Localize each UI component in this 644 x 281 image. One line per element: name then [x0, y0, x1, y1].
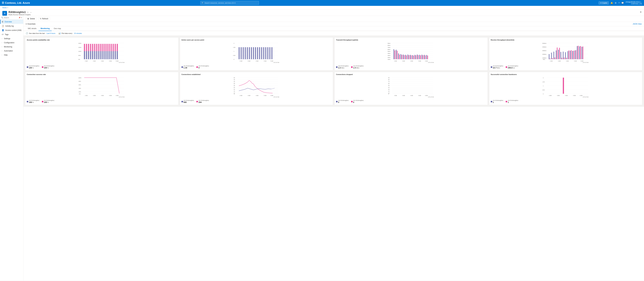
user-org: CONTOSO, LTD. [626, 3, 642, 5]
svg-rect-157 [554, 57, 555, 59]
delete-label: Delete [30, 18, 35, 20]
sidebar-item-tags[interactable]: 🏷 Tags [0, 32, 23, 36]
plot-data-value[interactable]: 15 minutes [74, 32, 82, 34]
svg-text:3 AM: 3 AM [402, 95, 405, 96]
global-search[interactable]: 🔍 Search resources, services, and docs (… [200, 1, 259, 5]
svg-rect-68 [249, 47, 250, 59]
tab-monitoring[interactable]: Monitoring [38, 26, 52, 31]
chart-area-1: 2 1.50 1 0.50 0 [182, 42, 332, 64]
chart-area-6: 90 80 70 60 50 40 30 20 10 0 2 AM 3 AM 4… [336, 76, 486, 99]
tab-geo-map[interactable]: Geo map [52, 26, 63, 31]
configuration-expand-icon: › [2, 42, 2, 43]
sidebar-label-tags: Tags [5, 33, 8, 35]
svg-rect-78 [269, 47, 270, 59]
tab-mie-details[interactable]: MIE details [26, 26, 38, 31]
star-icon[interactable]: ☆ [27, 11, 29, 13]
breadcrumb: Home > [0, 6, 644, 9]
chart-title-5: Connections established [182, 73, 332, 75]
svg-rect-180 [582, 47, 582, 59]
automation-expand-icon: › [2, 50, 2, 52]
legend-1: 101 RANInsights1 1.39 102 RANInsights1 0 [182, 64, 332, 69]
help-icon[interactable]: ? [618, 2, 620, 4]
legend-color-5-0 [182, 101, 183, 102]
tab-mie-details-label: MIE details [28, 27, 36, 29]
notifications-icon[interactable]: 🔔 [610, 2, 613, 4]
chart-successful-handovers: Successful connection handovers 2 1.50 1… [489, 72, 642, 105]
legend-val-4-0: 100 [29, 101, 32, 103]
sidebar-search-close[interactable]: ✕ [21, 17, 22, 18]
legend-color-7-0 [491, 101, 492, 102]
copilot-button[interactable]: ✦ Copilot [599, 1, 609, 4]
legend-val-0-0: 100 [29, 67, 32, 69]
svg-rect-76 [265, 47, 266, 59]
legend-unit-3-1: b/s [513, 67, 515, 69]
svg-rect-106 [396, 50, 396, 59]
more-options-icon[interactable]: ··· [30, 11, 32, 13]
essentials-label: Essentials [28, 23, 36, 25]
svg-rect-28 [98, 44, 100, 51]
feedback-icon[interactable]: 💬 [621, 2, 624, 4]
svg-text:100%: 100% [78, 77, 81, 78]
json-view-link[interactable]: JSON View [633, 23, 642, 25]
svg-text:5 AM: 5 AM [109, 95, 112, 96]
svg-rect-42 [112, 44, 114, 51]
sidebar-item-automation[interactable]: › Automation [0, 49, 23, 53]
sidebar-item-access-control[interactable]: 👤 Access control (IAM) [0, 28, 23, 32]
svg-rect-19 [90, 51, 91, 59]
svg-text:25: 25 [234, 87, 235, 88]
svg-rect-40 [110, 44, 112, 51]
sidebar-search-pin[interactable]: 📌 [18, 17, 20, 18]
svg-text:4 AM: 4 AM [566, 60, 569, 62]
essentials-toggle-icon[interactable]: ▾ [26, 23, 27, 25]
svg-rect-79 [271, 47, 272, 59]
user-info[interactable]: chrisqpublic@contoso.c... CONTOSO, LTD. [626, 1, 642, 5]
svg-rect-168 [568, 51, 568, 59]
svg-rect-117 [408, 55, 409, 59]
svg-text:80: 80 [388, 79, 390, 80]
delete-button[interactable]: 🗑 Delete [26, 17, 36, 20]
sidebar-item-monitoring[interactable]: › Monitoring [0, 45, 23, 49]
sidebar-item-overview[interactable]: ⊞ Overview [0, 19, 23, 24]
svg-text:4 AM: 4 AM [256, 95, 258, 96]
svg-rect-178 [579, 46, 580, 59]
close-icon[interactable]: ✕ [640, 11, 642, 13]
see-data-control: 🕐 See data from the last : Last 6 hours [26, 32, 55, 34]
svg-rect-130 [424, 55, 424, 59]
sidebar-item-settings[interactable]: › Settings [0, 36, 23, 41]
sidebar-item-activity-log[interactable]: 📋 Activity log [0, 24, 23, 28]
legend-item-1-1: 102 RANInsights1 0 [196, 65, 209, 69]
chart-area-3: 500kb/s 400kb/s 300kb/s 200kb/s 100kb/s … [491, 42, 641, 64]
sidebar-search-input[interactable] [4, 17, 18, 18]
svg-text:4kb/s: 4kb/s [388, 53, 390, 54]
settings-icon[interactable]: ⚙ [615, 2, 617, 4]
copilot-label: Copilot [602, 2, 607, 4]
hamburger-icon[interactable]: ☰ [2, 1, 4, 4]
svg-rect-32 [102, 44, 104, 51]
sidebar-item-help[interactable]: › Help [0, 53, 23, 57]
svg-rect-181 [582, 46, 583, 59]
chart-connections-established: Connections established 50 [180, 72, 333, 105]
svg-text:400kb/s: 400kb/s [542, 46, 546, 48]
legend-item-7-0: 101 RANInsights1 1 [491, 100, 504, 103]
refresh-label: Refresh [42, 18, 48, 20]
svg-text:4 AM: 4 AM [410, 60, 413, 62]
svg-text:2 AM: 2 AM [549, 95, 552, 96]
svg-rect-110 [400, 54, 401, 59]
svg-text:30: 30 [388, 89, 390, 90]
svg-rect-176 [577, 46, 578, 59]
legend-0: 102 RANInsights1 100 % 101 RANInsights1 … [27, 64, 177, 69]
top-bar-right: ✦ Copilot 🔔 ⚙ ? 💬 chrisqpublic@contoso.c… [599, 1, 642, 5]
legend-color-7-1 [506, 101, 507, 102]
see-data-value[interactable]: Last 6 hours [46, 32, 56, 34]
svg-text:9kb/s: 9kb/s [388, 43, 390, 44]
chart-area-4: 100% 80% 60% 40% 20% 0% 2 AM 3 AM 4 AM 5… [27, 76, 177, 99]
legend-item-4-0: 102 RANInsights1 100 % [27, 100, 40, 103]
sidebar-item-configuration[interactable]: › Configuration [0, 41, 23, 45]
refresh-button[interactable]: ↻ Refresh [38, 17, 50, 20]
legend-val-5-0: 580 [184, 101, 187, 103]
breadcrumb-home[interactable]: Home [2, 7, 6, 8]
svg-rect-46 [117, 44, 118, 51]
svg-text:6 AM: 6 AM [270, 95, 273, 96]
svg-line-226 [271, 88, 275, 89]
copilot-icon: ✦ [600, 2, 602, 4]
